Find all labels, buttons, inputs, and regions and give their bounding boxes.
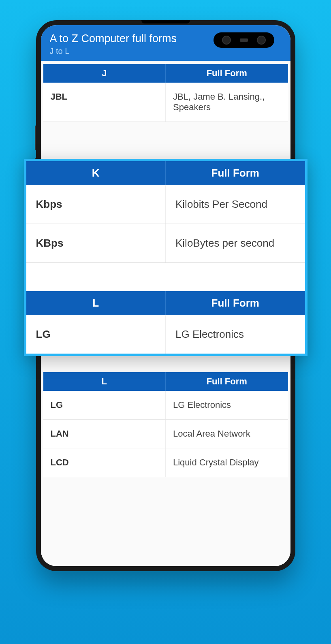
full-form-cell: JBL, Jame B. Lansing., Speakers xyxy=(166,83,288,122)
full-form-cell: Local Area Network xyxy=(166,420,288,448)
abbr-cell: JBL xyxy=(43,83,166,122)
abbr-cell: Kbps xyxy=(26,185,166,224)
page-subtitle: J to L xyxy=(50,47,282,56)
column-header-abbr: L xyxy=(26,291,166,315)
table-section-j: J Full Form JBL JBL, Jame B. Lansing., S… xyxy=(43,64,288,122)
camera-dot xyxy=(257,36,266,45)
table-header: L Full Form xyxy=(26,291,305,315)
column-header-full: Full Form xyxy=(166,64,288,83)
abbr-cell: LCD xyxy=(43,448,166,477)
table-row[interactable]: Kbps Kilobits Per Second xyxy=(26,185,305,224)
column-header-abbr: J xyxy=(43,64,166,83)
full-form-cell: KiloBytes per second xyxy=(166,224,305,262)
table-row[interactable]: KBps KiloBytes per second xyxy=(26,224,305,263)
abbr-cell: KBps xyxy=(26,224,166,262)
zoom-overlay: K Full Form Kbps Kilobits Per Second KBp… xyxy=(24,159,308,356)
speaker-slot xyxy=(141,20,190,23)
abbr-cell: LG xyxy=(43,391,166,419)
table-section-l: L Full Form LG LG Electronics LAN Local … xyxy=(43,372,288,477)
full-form-cell: LG Electronics xyxy=(166,315,305,354)
table-header: L Full Form xyxy=(43,372,288,391)
column-header-abbr: K xyxy=(26,161,166,185)
full-form-cell: LG Electronics xyxy=(166,391,288,419)
camera-dot xyxy=(222,36,231,45)
column-header-full: Full Form xyxy=(166,161,305,185)
table-row[interactable]: LG LG Electronics xyxy=(26,315,305,354)
abbr-cell: LG xyxy=(26,315,166,354)
table-row[interactable]: LG LG Electronics xyxy=(43,391,288,420)
table-header: K Full Form xyxy=(26,161,305,185)
section-divider xyxy=(26,263,305,291)
full-form-cell: Kilobits Per Second xyxy=(166,185,305,224)
table-header: J Full Form xyxy=(43,64,288,83)
side-button xyxy=(35,126,36,150)
column-header-abbr: L xyxy=(43,372,166,391)
table-row[interactable]: LAN Local Area Network xyxy=(43,420,288,448)
column-header-full: Full Form xyxy=(166,291,305,315)
full-form-cell: Liquid Crystal Display xyxy=(166,448,288,477)
column-header-full: Full Form xyxy=(166,372,288,391)
sensor-icon xyxy=(240,38,248,42)
camera-notch xyxy=(214,32,274,48)
abbr-cell: LAN xyxy=(43,420,166,448)
table-row[interactable]: LCD Liquid Crystal Display xyxy=(43,448,288,477)
table-row[interactable]: JBL JBL, Jame B. Lansing., Speakers xyxy=(43,83,288,122)
